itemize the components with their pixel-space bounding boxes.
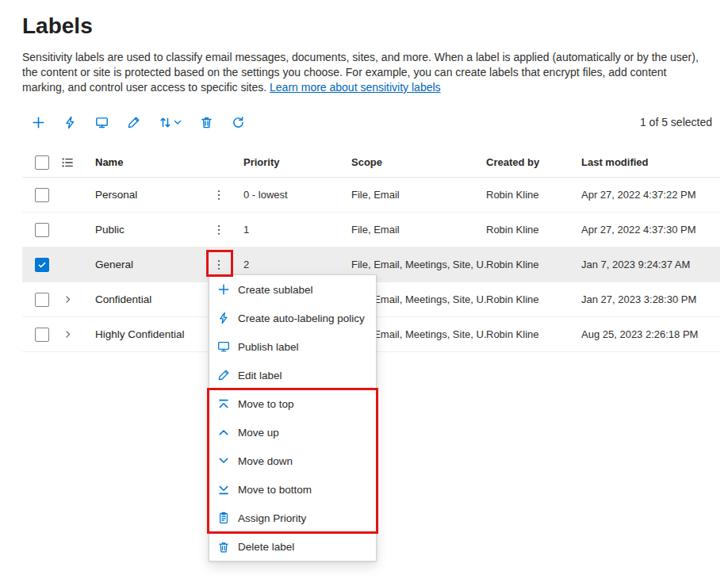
selection-status: 1 of 5 selected (640, 116, 712, 128)
learn-more-link[interactable]: Learn more about sensitivity labels (270, 81, 441, 94)
menu-item-move-up[interactable]: Move up (209, 418, 376, 447)
select-all-checkbox[interactable] (35, 155, 49, 170)
label-name: Public (82, 224, 205, 236)
column-header-scope[interactable]: Scope (351, 156, 486, 168)
auto-labeling-icon (63, 116, 77, 129)
menu-item-label: Create auto-labeling policy (238, 312, 365, 324)
sort-icon (159, 116, 172, 129)
header-checkbox-cell (22, 155, 52, 170)
label-scope: File, Email (351, 189, 486, 201)
row-checkbox[interactable] (35, 328, 49, 342)
menu-item-create-auto-labeling-policy[interactable]: Create auto-labeling policy (209, 304, 376, 332)
row-checkbox-cell (22, 188, 52, 202)
label-created-by: Robin Kline (486, 189, 581, 201)
label-last-modified: Aug 25, 2023 2:26:18 PM (581, 328, 720, 340)
row-checkbox[interactable] (35, 258, 49, 272)
menu-item-delete-label[interactable]: Delete label (209, 532, 376, 561)
row-checkbox[interactable] (35, 188, 49, 202)
label-created-by: Robin Kline (486, 224, 581, 236)
table-row[interactable]: Personal 0 - lowest File, Email Robin Kl… (22, 178, 720, 213)
menu-item-move-to-top[interactable]: Move to top (209, 389, 376, 418)
menu-item-publish-label[interactable]: Publish label (209, 332, 376, 361)
menu-item-create-sublabel[interactable]: Create sublabel (209, 275, 376, 304)
row-checkbox-cell (22, 293, 52, 307)
add-label-button[interactable] (22, 106, 54, 138)
move-up-icon (217, 426, 230, 439)
table-header-row: Name Priority Scope Created by Last modi… (22, 148, 720, 178)
label-name: Confidential (82, 293, 205, 305)
page-description: Sensitivity labels are used to classify … (22, 50, 707, 95)
more-actions-button[interactable] (207, 218, 231, 242)
label-priority: 2 (232, 259, 351, 270)
labels-page: Labels Sensitivity labels are used to cl… (0, 0, 728, 575)
menu-item-assign-priority[interactable]: Assign Priority (209, 504, 376, 532)
row-checkbox[interactable] (35, 223, 49, 237)
label-priority: 1 (232, 224, 351, 236)
menu-item-label: Assign Priority (238, 512, 306, 524)
menu-item-move-down[interactable]: Move down (209, 447, 376, 475)
row-checkbox[interactable] (35, 293, 49, 307)
menu-item-label: Publish label (238, 341, 299, 353)
assign-priority-icon (217, 512, 230, 524)
more-actions-button[interactable] (207, 253, 231, 277)
column-header-last-modified[interactable]: Last modified (581, 156, 720, 168)
publish-icon (217, 340, 230, 353)
label-priority: 0 - lowest (232, 189, 351, 201)
menu-item-label: Delete label (238, 541, 294, 553)
more-actions-button[interactable] (207, 183, 231, 207)
row-checkbox-cell (22, 223, 52, 237)
row-checkbox-cell (22, 328, 52, 342)
menu-item-label: Move down (238, 455, 293, 467)
row-actions-cell (205, 253, 232, 277)
chevron-right-icon (63, 294, 73, 305)
more-vertical-icon (213, 259, 225, 271)
auto-labeling-button[interactable] (54, 106, 86, 138)
list-view-button[interactable] (61, 156, 74, 169)
row-expander-cell (52, 329, 82, 339)
checkmark-icon (37, 260, 47, 270)
trash-icon (217, 541, 230, 554)
label-created-by: Robin Kline (486, 259, 581, 270)
column-header-created-by[interactable]: Created by (486, 156, 581, 168)
context-menu: Create sublabel Create auto-labeling pol… (209, 274, 377, 562)
menu-item-label: Move to bottom (238, 484, 312, 496)
menu-item-move-to-bottom[interactable]: Move to bottom (209, 475, 376, 504)
add-icon (32, 116, 45, 129)
menu-item-label: Create sublabel (238, 284, 313, 296)
chevron-down-icon (174, 118, 182, 126)
row-actions-cell (205, 218, 232, 242)
menu-item-edit-label[interactable]: Edit label (209, 361, 376, 389)
row-actions-cell (205, 183, 232, 207)
row-checkbox-cell (22, 258, 52, 272)
delete-label-button[interactable] (190, 106, 222, 138)
label-name: Personal (82, 189, 205, 201)
auto-labeling-icon (217, 312, 230, 324)
expand-row-button[interactable] (63, 294, 73, 305)
table-row[interactable]: Public 1 File, Email Robin Kline Apr 27,… (22, 213, 720, 247)
header-listview-cell (52, 156, 82, 169)
label-created-by: Robin Kline (486, 293, 581, 305)
label-name: Highly Confidential (82, 328, 205, 340)
edit-label-button[interactable] (117, 106, 149, 138)
label-created-by: Robin Kline (486, 328, 581, 340)
delete-icon (200, 116, 213, 129)
menu-item-label: Move to top (238, 398, 294, 410)
column-header-priority[interactable]: Priority (232, 156, 351, 168)
menu-item-label: Edit label (238, 370, 282, 381)
column-header-name[interactable]: Name (82, 156, 205, 168)
label-scope: File, Email (351, 224, 486, 236)
move-to-top-icon (217, 398, 230, 411)
expand-row-button[interactable] (63, 329, 73, 339)
move-down-icon (217, 454, 230, 467)
sort-button[interactable] (149, 106, 190, 138)
publish-icon (95, 116, 109, 129)
bulleted-list-icon (61, 156, 74, 169)
menu-item-label: Move up (238, 427, 279, 439)
label-last-modified: Jan 27, 2023 3:28:30 PM (581, 293, 720, 305)
refresh-button[interactable] (222, 106, 254, 138)
page-title: Labels (22, 13, 720, 40)
label-last-modified: Apr 27, 2022 4:37:30 PM (581, 224, 720, 236)
edit-icon (127, 116, 140, 129)
label-last-modified: Jan 7, 2023 9:24:37 AM (581, 259, 720, 270)
publish-label-button[interactable] (86, 106, 117, 138)
